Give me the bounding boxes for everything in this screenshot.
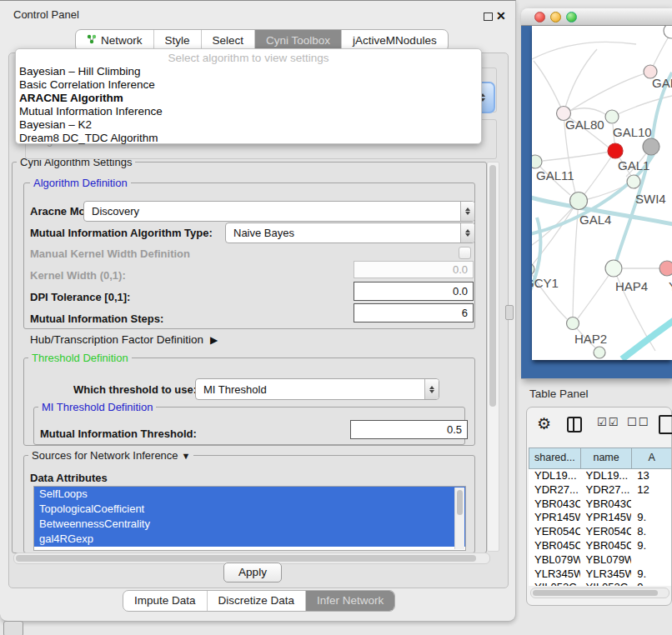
network-node-gal1[interactable]: [608, 143, 623, 158]
settings-vertical-scrollbar[interactable]: [487, 162, 499, 552]
data-attribute-betweennesscentrality[interactable]: BetweennessCentrality: [34, 517, 465, 532]
table-cell: 9: [631, 581, 671, 586]
table-row[interactable]: YBL079WYBL079W: [529, 553, 671, 568]
column-header-name[interactable]: name: [580, 448, 632, 468]
control-panel-title: Control Panel: [13, 8, 79, 21]
mi-steps-field[interactable]: [354, 303, 474, 322]
algorithm-option-basic-correlation-inference[interactable]: Basic Correlation Inference: [16, 78, 481, 92]
network-node-y[interactable]: [659, 261, 672, 276]
algorithm-option-dream8-dc-tdc-algorithm[interactable]: Dream8 DC_TDC Algorithm: [16, 132, 481, 145]
network-edge[interactable]: [534, 61, 564, 113]
table-row[interactable]: YPR145WYPR145W9.: [529, 511, 671, 525]
table-row[interactable]: YBR045CYBR045C9.: [529, 539, 671, 553]
minimize-traffic-light-icon[interactable]: [550, 12, 561, 22]
network-node-gal11[interactable]: [532, 155, 542, 168]
node-label: Y: [669, 279, 672, 293]
mi-threshold-field[interactable]: [350, 420, 468, 439]
network-node-gal10[interactable]: [605, 110, 619, 123]
which-threshold-label: Which threshold to use:: [73, 383, 197, 396]
table-cell: [631, 553, 671, 568]
tab-discretize-data[interactable]: Discretize Data: [207, 591, 306, 611]
network-edge[interactable]: [612, 96, 672, 117]
table-cell: 12: [631, 483, 671, 498]
attribute-list-scrollbar[interactable]: [454, 488, 464, 549]
algorithm-definition-title: Algorithm Definition: [30, 177, 131, 189]
table-cell: YBR045C: [529, 539, 580, 553]
mi-threshold-definition-title: MI Threshold Definition: [38, 401, 156, 413]
network-edge[interactable]: [532, 42, 636, 59]
network-window-titlebar[interactable]: [521, 8, 672, 26]
which-threshold-combo[interactable]: MI Threshold: [195, 378, 439, 400]
data-attributes-label: Data Attributes: [30, 472, 108, 484]
column-header-a[interactable]: A: [631, 448, 671, 468]
table-row[interactable]: YER054CYER054C8.: [529, 525, 671, 539]
table-row[interactable]: YLR345WYLR345W9.: [529, 568, 671, 582]
network-node-gal4[interactable]: [570, 192, 588, 210]
network-edge[interactable]: [571, 72, 650, 110]
network-edge[interactable]: [543, 151, 615, 161]
table-row[interactable]: YDL19...YDL19...13: [529, 469, 671, 483]
file-icon[interactable]: [659, 415, 672, 434]
network-node-unlabeled[interactable]: [643, 138, 659, 155]
network-edge[interactable]: [564, 49, 597, 113]
aracne-mode-value: Discovery: [84, 205, 460, 218]
bottom-left-panel-button[interactable]: [3, 621, 23, 635]
network-canvas[interactable]: GALGAL80GAL10GAL1GAL11SWI4GAL4GCY1HAP4YH…: [532, 26, 672, 360]
float-window-icon[interactable]: [484, 12, 493, 21]
tab-impute-data[interactable]: Impute Data: [123, 591, 207, 611]
node-label: GAL80: [565, 118, 604, 132]
select-all-icon[interactable]: ☑☑: [597, 416, 619, 428]
zoom-traffic-light-icon[interactable]: [566, 12, 577, 22]
scrollbar-thumb[interactable]: [457, 490, 463, 515]
algorithm-option-bayesian-k2[interactable]: Bayesian – K2: [16, 118, 481, 132]
algorithm-option-aracne-algorithm[interactable]: ARACNE Algorithm: [16, 92, 481, 105]
columns-icon[interactable]: [567, 417, 582, 432]
manual-kernel-width-checkbox[interactable]: [459, 247, 471, 259]
network-node-unlabeled[interactable]: [594, 347, 605, 358]
split-pane-divider-handle[interactable]: [505, 305, 514, 320]
network-node-unlabeled[interactable]: [664, 26, 672, 38]
data-attribute-selfloops[interactable]: SelfLoops: [34, 487, 465, 502]
tab-infer-network[interactable]: Infer Network: [305, 591, 394, 611]
network-edge[interactable]: [622, 316, 672, 359]
network-node-gcy1[interactable]: [532, 263, 534, 275]
table-cell: YDL19...: [580, 469, 632, 483]
table-cell: YER054C: [529, 525, 580, 539]
table-row[interactable]: YBR043CYBR043C: [529, 498, 671, 512]
close-icon[interactable]: ✕: [496, 9, 506, 22]
table-cell: YPR145W: [580, 511, 632, 525]
data-attribute-topologicalcoefficient[interactable]: TopologicalCoefficient: [34, 502, 465, 517]
hub-definition-toggle[interactable]: Hub/Transcription Factor Definition▶: [30, 333, 218, 346]
algorithm-option-bayesian-hill-climbing[interactable]: Bayesian – Hill Climbing: [16, 65, 481, 78]
table-panel-title: Table Panel: [529, 388, 589, 400]
deselect-all-icon[interactable]: ☐☐: [627, 416, 649, 428]
scrollbar-thumb[interactable]: [489, 165, 496, 407]
combo-stepper-icon: [460, 223, 474, 242]
table-horizontal-scrollbar[interactable]: [530, 588, 669, 598]
data-attributes-list: SelfLoopsTopologicalCoefficientBetweenne…: [33, 486, 466, 551]
node-label: HAP4: [615, 279, 648, 293]
close-traffic-light-icon[interactable]: [534, 12, 545, 22]
mi-algorithm-type-value: Naive Bayes: [226, 227, 460, 239]
node-label: GAL: [652, 76, 672, 90]
data-attribute-gal4rgexp[interactable]: gal4RGexp: [34, 532, 465, 547]
algorithm-option-mutual-information-inference[interactable]: Mutual Information Inference: [16, 105, 481, 118]
table-cell: YDR27...: [529, 483, 580, 498]
network-node-hap2[interactable]: [567, 318, 579, 330]
mi-algorithm-type-combo[interactable]: Naive Bayes: [225, 222, 475, 243]
sources-toggle[interactable]: Sources for Network Inference▼: [28, 449, 193, 462]
gear-icon[interactable]: ⚙: [537, 414, 551, 433]
apply-button[interactable]: Apply: [223, 562, 282, 582]
scrollbar-thumb[interactable]: [533, 590, 658, 596]
dpi-tolerance-field[interactable]: [354, 282, 474, 301]
network-view-window: GALGAL80GAL10GAL1GAL11SWI4GAL4GCY1HAP4YH…: [521, 8, 672, 379]
scrollbar-thumb[interactable]: [16, 555, 476, 562]
aracne-mode-combo[interactable]: Discovery: [83, 201, 475, 222]
network-node-swi4[interactable]: [627, 175, 640, 188]
column-header-shared[interactable]: shared...: [529, 448, 580, 468]
network-node-hap4[interactable]: [605, 260, 622, 277]
table-row[interactable]: YIL052CYIL052C9: [529, 581, 671, 586]
kernel-width-field[interactable]: [354, 261, 474, 278]
table-row[interactable]: YDR27...YDR27...12: [529, 483, 671, 498]
network-edge[interactable]: [578, 268, 614, 318]
